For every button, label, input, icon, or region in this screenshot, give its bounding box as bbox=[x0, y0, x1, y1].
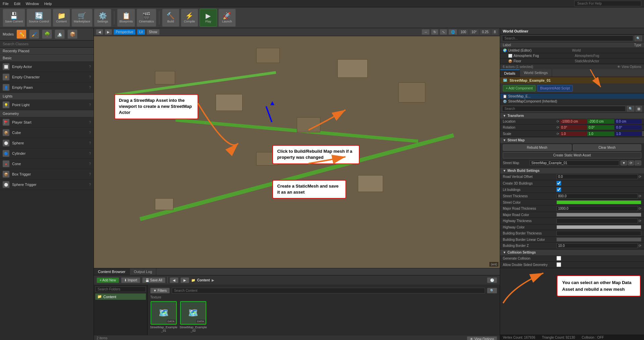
component-row[interactable]: ⚙️ StreetMapComponent (Inherited) bbox=[500, 99, 644, 104]
lock-scale-button[interactable]: 🔒 bbox=[642, 131, 644, 136]
menu-window[interactable]: Window bbox=[26, 2, 39, 6]
translate-button[interactable]: ↔ bbox=[422, 29, 430, 35]
mesh-build-header[interactable]: ▼ Mesh Build Settings bbox=[500, 168, 644, 174]
location-reset[interactable]: ⟳ bbox=[556, 120, 559, 123]
build-button[interactable]: 🔨 Build bbox=[162, 9, 179, 27]
table-row[interactable]: 🌍 Untitled (Editor) World bbox=[500, 48, 644, 53]
table-row[interactable]: 🌫️ Atmospheric Fog AtmosphericFog bbox=[500, 53, 644, 59]
major-road-thickness-reset[interactable]: ⟳ bbox=[639, 207, 641, 210]
mode-geometry-button[interactable]: 📦 bbox=[67, 29, 77, 39]
scale-x-input[interactable] bbox=[560, 132, 587, 136]
filters-button[interactable]: ▼ Filters bbox=[150, 288, 170, 293]
list-item[interactable]: ⚪ Sphere ? bbox=[0, 138, 94, 148]
tab-world-settings[interactable]: World Settings bbox=[520, 69, 552, 77]
component-row[interactable]: 📋 StreetMap_E... bbox=[500, 94, 644, 99]
location-x-input[interactable] bbox=[560, 119, 587, 124]
street-map-asset-input[interactable] bbox=[530, 160, 619, 165]
street-thickness-reset[interactable]: ⟳ bbox=[639, 194, 641, 198]
asset-streetmap-02[interactable]: 🗺️ DATA StreetMap_Example_02 bbox=[180, 301, 207, 332]
tab-content-browser[interactable]: Content Browser bbox=[94, 268, 130, 275]
nav-forward-button[interactable]: ▶ bbox=[180, 277, 189, 283]
geometry-header[interactable]: Geometry bbox=[0, 110, 94, 117]
marketplace-button[interactable]: 🛒 Marketplace bbox=[71, 9, 93, 27]
tab-details[interactable]: Details bbox=[500, 69, 520, 77]
rebuild-mesh-button[interactable]: Rebuild Mesh bbox=[503, 144, 572, 151]
rotation-y-input[interactable] bbox=[587, 125, 614, 130]
blueprints-button[interactable]: 📋 Blueprints bbox=[117, 9, 135, 27]
mode-paint-button[interactable]: 🖌️ bbox=[29, 29, 39, 39]
list-item[interactable]: 📦 Cube ? bbox=[0, 128, 94, 138]
collision-header[interactable]: ▼ Collision Settings bbox=[500, 250, 644, 255]
highway-thickness-input[interactable] bbox=[556, 218, 638, 223]
list-item[interactable]: 🔺 Cone ? bbox=[0, 159, 94, 169]
list-item[interactable]: 🧍 Empty Character ? bbox=[0, 72, 94, 82]
list-item[interactable]: ⚪ Sphere Trigger ? bbox=[0, 180, 94, 190]
folder-content[interactable]: 📁 Content bbox=[95, 293, 146, 300]
view-options-outliner-button[interactable]: 👁 View Options bbox=[617, 65, 641, 69]
major-road-thickness-input[interactable] bbox=[556, 206, 638, 211]
nav-back-button[interactable]: ◀ bbox=[170, 277, 178, 283]
building-border-z-reset[interactable]: ⟳ bbox=[639, 244, 641, 248]
search-classes-input[interactable] bbox=[0, 41, 94, 48]
rotation-x-input[interactable] bbox=[560, 125, 587, 130]
asset-reset-button[interactable]: ⟳ bbox=[628, 160, 634, 165]
world-button[interactable]: 🌐 bbox=[448, 29, 457, 35]
menu-file[interactable]: File bbox=[3, 2, 9, 6]
search-folders-input[interactable] bbox=[95, 286, 146, 292]
search-content-input[interactable] bbox=[172, 288, 485, 293]
details-grid-button[interactable]: ▦ bbox=[636, 106, 642, 112]
street-color-swatch[interactable] bbox=[556, 200, 641, 204]
building-border-linear-swatch[interactable] bbox=[556, 237, 641, 242]
generate-collision-checkbox[interactable] bbox=[556, 256, 561, 261]
highway-color-swatch[interactable] bbox=[556, 225, 641, 229]
perspective-button[interactable]: Perspective bbox=[113, 29, 136, 35]
street-thickness-input[interactable] bbox=[556, 194, 638, 199]
clear-mesh-button[interactable]: Clear Mesh bbox=[573, 144, 642, 151]
building-border-z-input[interactable] bbox=[556, 243, 638, 248]
add-new-button[interactable]: + Add New bbox=[97, 277, 119, 283]
asset-streetmap-01[interactable]: 🗺️ DATA StreetMap_Example_01 bbox=[150, 301, 177, 332]
lit-button[interactable]: Lit bbox=[137, 29, 145, 35]
history-button[interactable]: 🕐 bbox=[487, 277, 497, 283]
rotation-reset[interactable]: ⟳ bbox=[556, 126, 559, 129]
lights-header[interactable]: Lights bbox=[0, 93, 94, 100]
transform-header[interactable]: ▼ Transform bbox=[500, 113, 644, 119]
view-options-button[interactable]: 👁 View Options bbox=[467, 336, 497, 340]
launch-button[interactable]: 🚀 Launch bbox=[218, 9, 236, 27]
mode-foliage-button[interactable]: 🌳 bbox=[42, 29, 52, 39]
compile-button[interactable]: ⚡ Compile bbox=[181, 9, 198, 27]
road-offset-reset[interactable]: ⟳ bbox=[639, 175, 641, 179]
street-map-header[interactable]: ▼ Street Map bbox=[500, 137, 644, 143]
list-item[interactable]: 👤 Empty Pawn ? bbox=[0, 82, 94, 93]
scale-z-input[interactable] bbox=[615, 132, 642, 136]
major-road-color-swatch[interactable] bbox=[556, 213, 641, 217]
cinematics-button[interactable]: 🎬 Cinematics bbox=[137, 9, 156, 27]
double-sided-checkbox[interactable] bbox=[556, 262, 561, 267]
table-row[interactable]: 📦 Floor StaticMeshActor bbox=[500, 59, 644, 64]
list-item[interactable]: ⬜ Empty Actor ? bbox=[0, 62, 94, 72]
lit-buildings-checkbox[interactable] bbox=[556, 187, 561, 192]
list-item[interactable]: 💡 Point Light ? bbox=[0, 100, 94, 110]
blueprint-add-script-button[interactable]: Blueprint/Add Script bbox=[537, 85, 573, 91]
location-z-input[interactable] bbox=[615, 119, 642, 124]
outliner-search-button[interactable]: 🔍 bbox=[635, 36, 642, 41]
scale-y-input[interactable] bbox=[587, 132, 614, 136]
recently-placed-header[interactable]: Recently Placed bbox=[0, 48, 94, 55]
content-button[interactable]: 📁 Content bbox=[53, 9, 70, 27]
outliner-search-input[interactable] bbox=[502, 36, 633, 41]
source-control-button[interactable]: 🔄 Source Control bbox=[26, 9, 51, 27]
search-button[interactable]: 🔍 bbox=[487, 288, 497, 293]
import-button[interactable]: ⬇ Import bbox=[121, 277, 140, 283]
details-search-input[interactable] bbox=[502, 106, 626, 112]
list-item[interactable]: 📦 Box Trigger ? bbox=[0, 169, 94, 180]
settings-button[interactable]: ⚙️ Settings bbox=[94, 9, 111, 27]
add-component-button[interactable]: + Add Component bbox=[503, 85, 536, 91]
mode-landscape-button[interactable]: 🏔️ bbox=[55, 29, 65, 39]
viewport-nav-forward[interactable]: ▶ bbox=[105, 29, 112, 35]
details-search-button[interactable]: 🔍 bbox=[627, 106, 634, 112]
location-y-input[interactable] bbox=[587, 119, 614, 124]
mode-place-button[interactable]: ✏️ bbox=[16, 29, 26, 39]
rotation-z-input[interactable] bbox=[615, 125, 642, 130]
basic-header[interactable]: Basic bbox=[0, 55, 94, 62]
scale-button[interactable]: ⤡ bbox=[440, 29, 447, 35]
